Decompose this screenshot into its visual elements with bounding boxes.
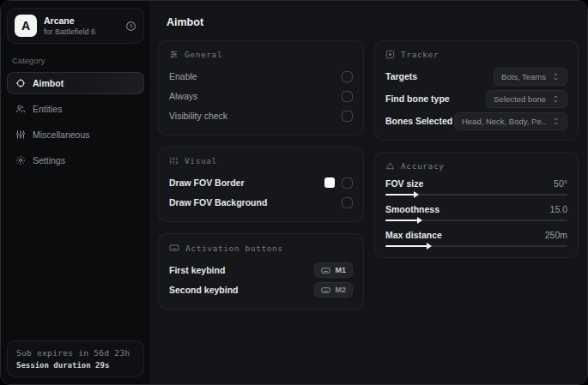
smoothness-slider-block: Smoothness 15.0 xyxy=(385,204,567,221)
slider-value: 250m xyxy=(545,230,567,240)
fov-size-slider-block: FOV size 50° xyxy=(385,178,567,196)
max-distance-slider[interactable] xyxy=(385,245,567,247)
setting-row-second-keybind: Second keybind M2 xyxy=(169,280,353,299)
setting-row-bones-selected: Bones Selected Head, Neck, Body, Pe.. xyxy=(385,111,567,130)
first-keybind-button[interactable]: M1 xyxy=(314,262,353,278)
sidebar-item-label: Settings xyxy=(33,155,65,165)
gear-icon xyxy=(15,155,26,165)
setting-label: Enable xyxy=(169,71,197,81)
session-duration-text: Session duration 29s xyxy=(16,361,135,370)
bones-selected-dropdown[interactable]: Head, Neck, Body, Pe.. xyxy=(454,112,567,130)
setting-row-draw-fov-border: Draw FOV Border xyxy=(169,173,353,192)
card-title: Accuracy xyxy=(401,161,445,171)
setting-label: Targets xyxy=(385,71,417,81)
setting-row-draw-fov-background: Draw FOV Background xyxy=(169,193,353,212)
app-name: Arcane xyxy=(44,15,118,26)
setting-label: Draw FOV Border xyxy=(169,177,245,188)
setting-row-always: Always xyxy=(169,87,353,105)
setting-label: Visibility check xyxy=(169,111,227,121)
setting-label: Find bone type xyxy=(385,93,450,104)
visual-card: Visual Draw FOV Border Draw FOV Backgrou… xyxy=(158,147,364,222)
sub-expiry-text: Sub expires in 56d 23h xyxy=(16,348,135,358)
setting-label: Draw FOV Background xyxy=(169,197,267,208)
accuracy-card: Accuracy FOV size 50° xyxy=(374,152,579,258)
dropdown-value: Bots, Teams xyxy=(501,72,546,81)
slider-label: Max distance xyxy=(385,230,442,240)
slider-label: Smoothness xyxy=(385,204,439,214)
card-title: General xyxy=(185,50,222,59)
slider-value: 50° xyxy=(554,178,567,189)
fov-border-color-swatch[interactable] xyxy=(324,177,335,188)
setting-label: Second keybind xyxy=(169,285,239,295)
keyboard-icon xyxy=(321,286,330,295)
setting-row-visibility-check: Visibility check xyxy=(169,106,353,125)
tracker-icon xyxy=(385,50,395,59)
dropdown-value: Selected bone xyxy=(494,94,546,104)
keybind-value: M1 xyxy=(335,266,346,274)
sidebar-item-aimbot[interactable]: Aimbot xyxy=(7,72,144,94)
activation-card: Activation buttons First keybind M1 xyxy=(158,233,364,310)
card-title: Activation buttons xyxy=(185,244,283,253)
max-distance-slider-block: Max distance 250m xyxy=(385,230,567,247)
sidebar-item-settings[interactable]: Settings xyxy=(7,149,144,171)
expand-icon xyxy=(552,73,560,81)
dropdown-value: Head, Neck, Body, Pe.. xyxy=(462,117,546,126)
setting-label: Bones Selected xyxy=(385,116,452,126)
app-header: A Arcane for Battlefield 6 xyxy=(7,8,144,44)
general-card: General Enable Always Visibility check xyxy=(158,40,364,135)
second-keybind-button[interactable]: M2 xyxy=(314,282,353,298)
sidebar-item-entities[interactable]: Entities xyxy=(7,98,144,120)
fov-size-slider[interactable] xyxy=(385,194,567,196)
enable-checkbox[interactable] xyxy=(342,71,353,82)
app-subtitle: for Battlefield 6 xyxy=(44,27,118,36)
setting-label: Always xyxy=(169,91,197,101)
sliders-icon xyxy=(15,129,26,140)
app-window: A Arcane for Battlefield 6 Category Aimb… xyxy=(0,0,588,385)
entities-icon xyxy=(15,104,26,114)
app-logo-letter: A xyxy=(21,19,30,33)
card-title: Visual xyxy=(185,156,217,165)
setting-label: First keybind xyxy=(169,265,225,275)
tracker-card: Tracker Targets Bots, Teams xyxy=(374,40,579,141)
sidebar-item-miscellaneous[interactable]: Miscellaneous xyxy=(7,123,144,146)
sidebar: A Arcane for Battlefield 6 Category Aimb… xyxy=(1,1,151,384)
draw-fov-border-checkbox[interactable] xyxy=(342,177,353,189)
setting-row-targets: Targets Bots, Teams xyxy=(385,67,567,86)
page-title: Aimbot xyxy=(167,16,579,28)
sidebar-item-label: Entities xyxy=(33,104,62,114)
keyboard-icon xyxy=(169,243,179,253)
crosshair-icon xyxy=(15,78,26,88)
expand-icon xyxy=(552,117,560,125)
slider-label: FOV size xyxy=(385,178,423,189)
setting-row-find-bone-type: Find bone type Selected bone xyxy=(385,89,567,108)
slider-thumb[interactable] xyxy=(417,217,422,224)
keyboard-icon xyxy=(321,266,330,275)
subscription-status: Sub expires in 56d 23h Session duration … xyxy=(7,340,144,377)
setting-row-enable: Enable xyxy=(169,67,353,86)
sync-icon[interactable] xyxy=(125,21,136,32)
smoothness-slider[interactable] xyxy=(385,220,567,221)
keybind-value: M2 xyxy=(335,286,346,294)
sidebar-item-label: Aimbot xyxy=(33,78,64,88)
general-icon xyxy=(169,50,179,59)
sidebar-item-label: Miscellaneous xyxy=(33,129,90,140)
card-title: Tracker xyxy=(401,50,439,59)
app-logo: A xyxy=(15,15,37,37)
slider-thumb[interactable] xyxy=(427,243,432,250)
slider-value: 15.0 xyxy=(550,204,567,214)
visibility-check-checkbox[interactable] xyxy=(342,111,353,122)
visual-icon xyxy=(169,156,179,165)
always-checkbox[interactable] xyxy=(342,91,353,102)
setting-row-first-keybind: First keybind M1 xyxy=(169,261,353,280)
draw-fov-background-checkbox[interactable] xyxy=(342,197,353,208)
expand-icon xyxy=(552,95,560,103)
slider-thumb[interactable] xyxy=(414,191,419,198)
accuracy-icon xyxy=(385,161,395,171)
targets-dropdown[interactable]: Bots, Teams xyxy=(494,68,567,86)
main-content: Aimbot General Enable xyxy=(151,1,587,384)
category-label: Category xyxy=(12,56,139,65)
find-bone-type-dropdown[interactable]: Selected bone xyxy=(486,90,567,108)
